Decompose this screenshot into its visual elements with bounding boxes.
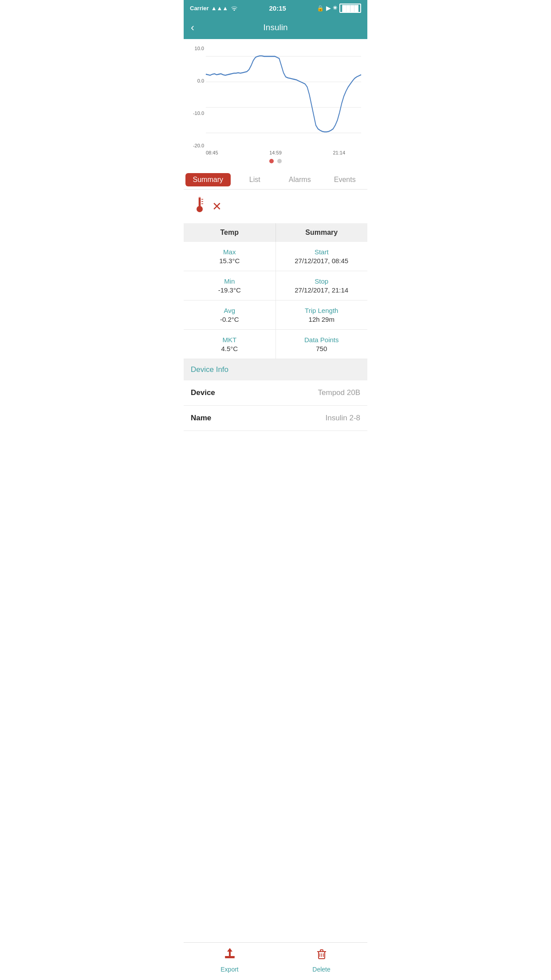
dot-2[interactable]	[277, 159, 282, 163]
device-info-row-name: Name Insulin 2-8	[184, 406, 367, 431]
carrier-label: Carrier	[190, 5, 209, 12]
chart-plot	[206, 46, 361, 148]
chart-container: 10.0 0.0 -10.0 -20.0 08:45 14:59 21:14	[184, 39, 367, 170]
dot-1[interactable]	[269, 159, 274, 163]
tab-bar: Summary List Alarms Events	[184, 170, 367, 190]
nav-title: Insulin	[264, 23, 288, 32]
x-axis-labels: 08:45 14:59 21:14	[187, 148, 364, 155]
device-info-title: Device Info	[191, 365, 228, 374]
lock-icon: 🔒	[317, 5, 324, 12]
device-info-row-device: Device Tempod 20B	[184, 380, 367, 406]
cell-trip-length: Trip Length 12h 29m	[276, 300, 368, 329]
x-label-mid: 14:59	[269, 150, 282, 155]
cell-avg: Avg -0.2°C	[184, 300, 276, 329]
table-row: Max 15.3°C Start 27/12/2017, 08:45	[184, 242, 367, 271]
cell-start: Start 27/12/2017, 08:45	[276, 242, 368, 271]
cell-data-points: Data Points 750	[276, 330, 368, 359]
bluetooth-icon: ✳	[333, 5, 337, 11]
back-button[interactable]: ‹	[191, 21, 194, 34]
cell-stop: Stop 27/12/2017, 21:14	[276, 271, 368, 300]
close-icon[interactable]: ✕	[212, 200, 222, 213]
status-time: 20:15	[269, 4, 286, 12]
cell-min: Min -19.3°C	[184, 271, 276, 300]
chart-svg	[206, 46, 361, 148]
device-value: Tempod 20B	[318, 388, 360, 397]
y-label-0: 0.0	[189, 79, 204, 83]
tab-summary[interactable]: Summary	[185, 173, 231, 186]
status-bar: Carrier ▲▲▲ 20:15 🔒 ▶ ✳ ████	[184, 0, 367, 16]
svg-rect-7	[199, 202, 201, 210]
device-label: Device	[191, 388, 215, 397]
table-header: Temp Summary	[184, 223, 367, 242]
header-temp: Temp	[184, 223, 276, 242]
x-label-end: 21:14	[333, 150, 345, 155]
nav-bar: ‹ Insulin	[184, 16, 367, 39]
icons-row: ✕	[184, 190, 367, 223]
status-right: 🔒 ▶ ✳ ████	[317, 4, 361, 13]
summary-table-body: Max 15.3°C Start 27/12/2017, 08:45 Min -…	[184, 242, 367, 359]
header-summary: Summary	[276, 223, 368, 242]
wifi-icon	[230, 4, 238, 12]
y-label-10: 10.0	[189, 46, 204, 51]
chart-area: 10.0 0.0 -10.0 -20.0	[187, 46, 364, 148]
tab-list[interactable]: List	[232, 170, 278, 189]
status-left: Carrier ▲▲▲	[190, 4, 238, 12]
battery-icon: ████	[339, 4, 361, 13]
name-value: Insulin 2-8	[326, 414, 360, 423]
signal-icon: ▲▲▲	[211, 5, 228, 12]
table-row: Min -19.3°C Stop 27/12/2017, 21:14	[184, 271, 367, 300]
tab-alarms[interactable]: Alarms	[277, 170, 323, 189]
y-label-minus10: -10.0	[189, 111, 204, 116]
name-label: Name	[191, 414, 211, 423]
cell-max: Max 15.3°C	[184, 242, 276, 271]
y-label-minus20: -20.0	[189, 143, 204, 148]
device-info-section-header: Device Info	[184, 359, 367, 380]
x-label-start: 08:45	[206, 150, 218, 155]
y-axis-labels: 10.0 0.0 -10.0 -20.0	[187, 46, 206, 148]
location-icon: ▶	[326, 5, 331, 12]
thermometer-icon	[193, 196, 207, 217]
cell-mkt: MKT 4.5°C	[184, 330, 276, 359]
tab-events[interactable]: Events	[323, 170, 368, 189]
table-row: MKT 4.5°C Data Points 750	[184, 330, 367, 359]
table-row: Avg -0.2°C Trip Length 12h 29m	[184, 300, 367, 330]
pagination-dots	[187, 155, 364, 167]
